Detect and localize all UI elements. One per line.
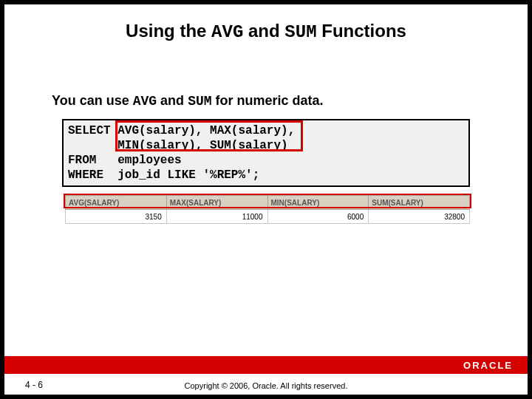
copyright-text: Copyright © 2006, Oracle. All rights res… [4, 381, 528, 390]
oracle-logo-text: ORACLE [463, 360, 513, 371]
subtitle-text-post: for numeric data. [212, 93, 324, 108]
table-row: 3150 11000 6000 32800 [66, 210, 470, 224]
title-text-post: Functions [317, 21, 406, 41]
query-result-table: AVG(SALARY) MAX(SALARY) MIN(SALARY) SUM(… [65, 195, 470, 224]
code-line-4: WHERE job_id LIKE '%REP%'; [68, 168, 259, 182]
footer-bar [4, 356, 528, 374]
col-max-salary: MAX(SALARY) [166, 196, 267, 210]
title-text-mid: and [243, 21, 284, 41]
slide-title: Using the AVG and SUM Functions [4, 21, 528, 42]
title-fn-avg: AVG [211, 22, 243, 42]
oracle-logo: ORACLE [459, 356, 517, 374]
slide: Using the AVG and SUM Functions You can … [4, 4, 528, 395]
code-line-3: FROM employees [68, 154, 182, 167]
subtitle-fn-sum: SUM [188, 94, 211, 109]
code-line-2: MIN(salary), SUM(salary) [68, 139, 288, 152]
code-line-1: SELECT AVG(salary), MAX(salary), [68, 124, 295, 137]
sql-code-block: SELECT AVG(salary), MAX(salary), MIN(sal… [62, 119, 470, 187]
subtitle-text-pre: You can use [52, 93, 133, 108]
subtitle-text-mid: and [157, 93, 188, 108]
subtitle-fn-avg: AVG [133, 94, 157, 109]
table-header-row: AVG(SALARY) MAX(SALARY) MIN(SALARY) SUM(… [66, 196, 470, 210]
slide-subtitle: You can use AVG and SUM for numeric data… [52, 93, 324, 109]
col-sum-salary: SUM(SALARY) [369, 196, 470, 210]
cell-max-salary: 11000 [166, 210, 267, 224]
col-min-salary: MIN(SALARY) [267, 196, 369, 210]
title-text-pre: Using the [126, 21, 211, 41]
title-fn-sum: SUM [284, 22, 316, 42]
cell-min-salary: 6000 [267, 210, 369, 224]
cell-sum-salary: 32800 [369, 210, 470, 224]
cell-avg-salary: 3150 [66, 210, 167, 224]
col-avg-salary: AVG(SALARY) [66, 196, 167, 210]
